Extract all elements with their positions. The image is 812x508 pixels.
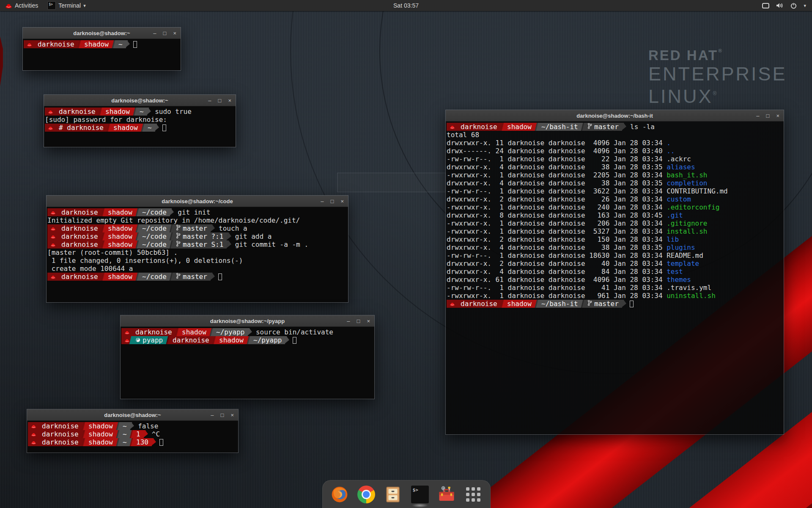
file-name: .editorconfig [667, 203, 719, 211]
output-line: create mode 100644 a [47, 265, 348, 273]
maximize-button[interactable]: □ [766, 113, 770, 119]
terminal-window-sudo: darknoise@shadow:~ –□× darknoiseshadow~s… [44, 95, 236, 147]
prompt-segment: ~/bash-it [535, 300, 583, 308]
output-line: -rw-rw-r--. 1 darknoise darknoise 18630 … [447, 251, 784, 260]
prompt-segment: shadow [77, 40, 114, 48]
app-menu-terminal[interactable]: $> Terminal ▾ [43, 0, 90, 11]
dock-item-chrome[interactable] [357, 485, 376, 504]
power-icon[interactable] [790, 3, 797, 9]
clock[interactable]: Sat 03:57 [393, 2, 419, 9]
display-icon[interactable] [762, 3, 769, 8]
prompt-segment: ~/bash-it [535, 123, 583, 131]
terminal-cursor [133, 41, 137, 48]
terminal-window-pyapp: darknoise@shadow:~/pyapp –□× darknoisesh… [121, 315, 374, 399]
terminal-content[interactable]: darknoiseshadow~/pyappsource bin/activat… [121, 327, 374, 399]
prompt-segment: darknoise [166, 336, 214, 344]
minimize-button[interactable]: – [756, 113, 759, 119]
output-line: drwxrwxr-x. 11 darknoise darknoise 4096 … [447, 139, 784, 147]
window-titlebar[interactable]: darknoise@shadow:~/bash-it –□× [446, 110, 784, 121]
window-title: darknoise@shadow:~/pyapp [210, 318, 285, 324]
minimize-button[interactable]: – [153, 30, 156, 36]
window-title: darknoise@shadow:~/code [162, 198, 233, 204]
window-titlebar[interactable]: darknoise@shadow:~ –□× [27, 409, 238, 421]
prompt-segment: 130 [130, 438, 154, 446]
prompt-line: darknoiseshadow~1^C [28, 430, 238, 438]
dock-item-toolbox[interactable] [437, 485, 456, 504]
wallpaper-rectangle [337, 173, 446, 192]
window-titlebar[interactable]: darknoise@shadow:~/pyapp –□× [121, 315, 374, 327]
maximize-button[interactable]: □ [221, 412, 224, 418]
file-name: .git [667, 211, 683, 219]
output-line: drwxrwxr-x. 2 darknoise darknoise 26 Jan… [447, 195, 784, 203]
firefox-icon [331, 486, 348, 503]
output-text: drwxrwxr-x. 4 darknoise darknoise 38 Jan… [447, 163, 667, 171]
prompt-segment: ~ [116, 438, 132, 446]
prompt-segment: shadow [101, 232, 137, 240]
maximize-button[interactable]: □ [163, 30, 167, 36]
maximize-button[interactable]: □ [357, 318, 360, 324]
terminal-content[interactable]: darknoiseshadow~falsedarknoiseshadow~1^C… [27, 421, 238, 453]
prompt-segment: shadow [500, 300, 537, 308]
close-button[interactable]: × [228, 98, 231, 103]
prompt-segment: darknoise [455, 300, 502, 308]
prompt-segment: ~/code [135, 208, 172, 216]
command-text: sudo true [155, 108, 192, 116]
output-line: drwxrwxr-x. 61 darknoise darknoise 4096 … [447, 276, 784, 284]
close-button[interactable]: × [776, 113, 779, 119]
terminal-content[interactable]: darknoiseshadow~/codegit initInitialized… [47, 207, 348, 302]
output-text: drwxrwxr-x. 61 darknoise darknoise 4096 … [447, 276, 667, 284]
output-text: drwx------. 24 darknoise darknoise 4096 … [447, 147, 667, 155]
minimize-button[interactable]: – [208, 98, 211, 103]
prompt-line: darknoiseshadow~/bash-itmasterls -la [447, 123, 784, 131]
minimize-button[interactable]: – [321, 199, 324, 204]
prompt-line: pyappdarknoiseshadow~/pyapp [121, 336, 374, 344]
terminal-content[interactable]: darknoiseshadow~sudo true[sudo] password… [44, 106, 236, 147]
window-titlebar[interactable]: darknoise@shadow:~ –□× [23, 28, 181, 39]
output-line: -rw-rw-r--. 1 darknoise darknoise 22 Jan… [447, 155, 784, 163]
prompt-line: darknoiseshadow~/codemaster S:1git commi… [47, 240, 348, 248]
dock-item-files[interactable] [383, 485, 403, 504]
output-text: create mode 100644 a [47, 265, 133, 273]
close-button[interactable]: × [230, 412, 234, 418]
minimize-button[interactable]: – [211, 412, 214, 418]
output-text: -rwxrwxr-x. 1 darknoise darknoise 961 Ja… [447, 292, 667, 300]
close-button[interactable]: × [367, 318, 370, 324]
output-line: -rwxrwxr-x. 1 darknoise darknoise 240 Ja… [447, 203, 784, 211]
output-line: drwxrwxr-x. 2 darknoise darknoise 40 Jan… [447, 260, 784, 268]
output-text: drwxrwxr-x. 4 darknoise darknoise 84 Jan… [447, 268, 667, 276]
output-text: [sudo] password for darknoise: [45, 116, 167, 124]
prompt-segment: darknoise [55, 232, 103, 240]
dock-item-firefox[interactable] [330, 485, 349, 504]
output-line: drwxrwxr-x. 4 darknoise darknoise 38 Jan… [447, 163, 784, 171]
output-text: drwxrwxr-x. 2 darknoise darknoise 40 Jan… [447, 260, 667, 268]
terminal-content[interactable]: darknoiseshadow~ [23, 39, 181, 70]
prompt-line: darknoiseshadow~/pyappsource bin/activat… [121, 328, 374, 336]
window-title: darknoise@shadow:~ [111, 97, 168, 104]
system-menu-caret-icon[interactable]: ▾ [804, 3, 806, 8]
prompt-segment: pyapp [129, 336, 168, 344]
output-line: drwxrwxr-x. 4 darknoise darknoise 38 Jan… [447, 243, 784, 251]
prompt-segment: darknoise [455, 123, 502, 131]
maximize-button[interactable]: □ [331, 199, 334, 204]
prompt-segment: master [170, 273, 213, 281]
dock-item-app-grid[interactable] [464, 485, 483, 504]
output-line: [master (root-commit) 50bcb63] . [47, 248, 348, 257]
prompt-line: darknoiseshadow~130 [28, 438, 238, 446]
window-titlebar[interactable]: darknoise@shadow:~ –□× [44, 95, 236, 106]
output-text: drwxrwxr-x. 4 darknoise darknoise 38 Jan… [447, 243, 667, 251]
minimize-button[interactable]: – [347, 318, 350, 324]
command-text: false [138, 422, 158, 430]
activities-button[interactable]: Activities [0, 0, 43, 11]
volume-icon[interactable] [776, 3, 784, 8]
close-button[interactable]: × [173, 30, 176, 36]
terminal-content[interactable]: darknoiseshadow~/bash-itmasterls -latota… [446, 121, 784, 434]
window-titlebar[interactable]: darknoise@shadow:~/code –□× [47, 196, 348, 207]
maximize-button[interactable]: □ [218, 98, 222, 103]
prompt-segment: shadow [101, 208, 137, 216]
output-line: drwxrwxr-x. 2 darknoise darknoise 150 Ja… [447, 235, 784, 243]
prompt-segment: ~ [116, 430, 132, 438]
close-button[interactable]: × [340, 199, 344, 204]
dock-item-terminal[interactable]: $> [410, 485, 430, 504]
prompt-segment: darknoise [55, 273, 103, 281]
branch-icon [176, 273, 181, 281]
